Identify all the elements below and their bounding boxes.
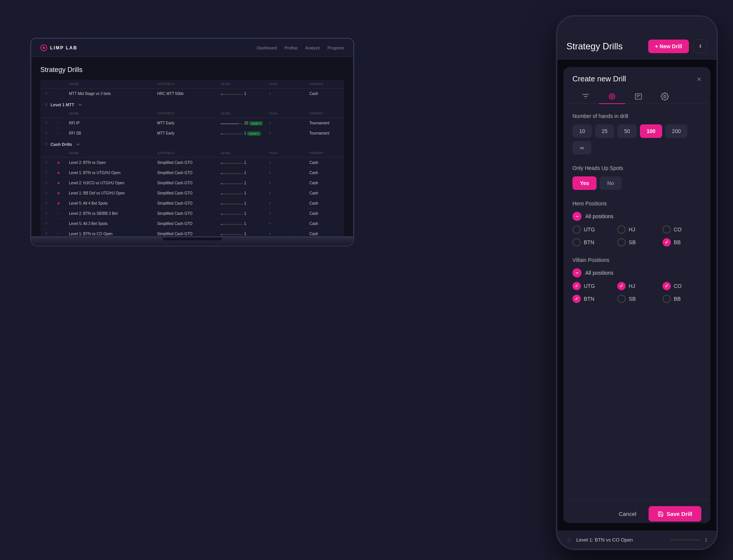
- hand-option-200[interactable]: 200: [665, 124, 687, 138]
- tab-gear[interactable]: [652, 89, 678, 104]
- star-icon[interactable]: ☆: [57, 131, 66, 135]
- row-strategy: Simplified Cash GTO: [157, 232, 217, 236]
- hero-pos-btn[interactable]: BTN: [572, 238, 611, 246]
- phone-header-actions: + New Drill ⬇: [648, 39, 707, 53]
- villain-deselect-all-button[interactable]: −: [572, 268, 582, 277]
- table-row[interactable]: ⠿ ☆ MTT Mid Stage vs 3 bets HRC MTT 50bb…: [40, 89, 344, 99]
- heads-up-no-button[interactable]: No: [600, 176, 622, 190]
- hero-all-positions-row: − All positions: [572, 212, 701, 221]
- download-button[interactable]: ⬇: [693, 39, 707, 53]
- villain-pos-sb[interactable]: SB: [617, 295, 656, 303]
- hero-hj-label: HJ: [629, 226, 635, 233]
- row-tags[interactable]: +: [269, 211, 306, 216]
- edit-icon[interactable]: ✏: [77, 142, 80, 147]
- col-drag: [45, 82, 54, 86]
- hand-option-50[interactable]: 50: [617, 124, 637, 138]
- hero-sb-checkbox[interactable]: [617, 238, 626, 246]
- hero-btn-checkbox[interactable]: [572, 238, 581, 246]
- hero-bb-checkbox[interactable]: [663, 238, 671, 246]
- hand-option-100[interactable]: 100: [640, 124, 662, 138]
- row-tags[interactable]: +: [269, 131, 306, 135]
- edit-icon[interactable]: ✏: [79, 103, 82, 107]
- row-tags[interactable]: +: [269, 181, 306, 185]
- hand-option-10[interactable]: 10: [572, 124, 592, 138]
- villain-hj-checkbox[interactable]: [617, 282, 626, 290]
- tab-card[interactable]: [625, 89, 652, 104]
- villain-bb-checkbox[interactable]: [663, 295, 671, 303]
- row-tags[interactable]: +: [269, 191, 306, 195]
- bottom-star-icon[interactable]: ☆: [566, 536, 572, 543]
- tab-filter[interactable]: [572, 89, 599, 104]
- table-row[interactable]: ⠿ ★ Level 2: HJ/CO vs UTG/HJ Open Simpli…: [40, 178, 344, 188]
- hero-pos-sb[interactable]: SB: [617, 238, 656, 246]
- star-icon[interactable]: ★: [57, 171, 66, 175]
- drills-table: Name Strategy Level Tags Format ⠿ ☆ MTT …: [40, 80, 344, 236]
- row-tags[interactable]: +: [269, 121, 306, 125]
- villain-pos-hj[interactable]: HJ: [617, 282, 656, 290]
- row-tags[interactable]: +: [269, 221, 306, 226]
- villain-pos-bb[interactable]: BB: [663, 295, 701, 303]
- hero-pos-co[interactable]: CO: [663, 225, 701, 234]
- cancel-button[interactable]: Cancel: [613, 507, 643, 521]
- table-row[interactable]: ⠿ ★ Level 1: BTN vs UTG/HJ Open Simplifi…: [40, 168, 344, 178]
- villain-co-checkbox[interactable]: [663, 282, 671, 290]
- new-drill-button[interactable]: + New Drill: [648, 40, 689, 53]
- star-icon[interactable]: ★: [57, 181, 66, 185]
- nav-preflop[interactable]: Preflop: [285, 46, 298, 50]
- star-icon[interactable]: ☆: [57, 92, 66, 96]
- modal-close-button[interactable]: ×: [697, 75, 701, 83]
- save-drill-button[interactable]: Save Drill: [649, 506, 701, 522]
- star-icon[interactable]: ★: [57, 201, 66, 205]
- table-row[interactable]: ⠿ ☆ Level 2: BTN vs SB/BB 3 Bet Simplifi…: [40, 208, 344, 219]
- row-tags[interactable]: +: [269, 231, 306, 236]
- laptop-device: LIMP LAB Dashboard Preflop Analyze Progr…: [30, 38, 354, 256]
- drag-handle-icon: ⠿: [45, 92, 54, 96]
- star-icon[interactable]: ☆: [57, 222, 66, 226]
- row-tags[interactable]: +: [269, 160, 306, 165]
- villain-sb-checkbox[interactable]: [617, 295, 626, 303]
- star-icon[interactable]: ☆: [57, 232, 66, 236]
- laptop-screen: LIMP LAB Dashboard Preflop Analyze Progr…: [30, 38, 354, 237]
- star-icon[interactable]: ★: [57, 161, 66, 165]
- phone-device: Strategy Drills + New Drill ⬇ Create new…: [556, 15, 718, 550]
- table-row[interactable]: ⠿ ★ Level 5: All 4 Bet Spots Simplified …: [40, 198, 344, 208]
- hero-pos-hj[interactable]: HJ: [617, 225, 656, 234]
- table-row[interactable]: ⠿ ☆ RFI SB MTT Early 1 Level 1 + Tournam…: [40, 128, 344, 138]
- table-row[interactable]: ⠿ ★ Level 1: BB Def vs UTG/HJ Open Simpl…: [40, 188, 344, 198]
- row-tags[interactable]: +: [269, 201, 306, 205]
- hand-option-25[interactable]: 25: [595, 124, 615, 138]
- row-tags[interactable]: +: [269, 170, 306, 175]
- table-row[interactable]: ⠿ ☆ RFI IP MTT Early 10 Level 1 + Tourna…: [40, 118, 344, 128]
- villain-pos-btn[interactable]: BTN: [572, 295, 611, 303]
- laptop-notch: [162, 237, 222, 240]
- table-row[interactable]: ⠿ ☆ Level 1: BTN vs CO Open Simplified C…: [40, 229, 344, 236]
- row-name: Level 5: All 4 Bet Spots: [69, 201, 154, 205]
- villain-btn-checkbox[interactable]: [572, 295, 581, 303]
- hero-hj-checkbox[interactable]: [617, 225, 626, 234]
- nav-dashboard[interactable]: Dashboard: [257, 46, 277, 50]
- nav-analyze[interactable]: Analyze: [305, 46, 320, 50]
- star-icon[interactable]: ☆: [57, 211, 66, 216]
- svg-point-3: [664, 95, 666, 98]
- drag-handle-icon: ⠿: [45, 201, 54, 205]
- villain-utg-checkbox[interactable]: [572, 282, 581, 290]
- hero-co-label: CO: [674, 226, 682, 233]
- hero-utg-checkbox[interactable]: [572, 225, 581, 234]
- hero-deselect-all-button[interactable]: −: [572, 212, 582, 221]
- nav-progress[interactable]: Progress: [327, 46, 344, 50]
- hero-pos-utg[interactable]: UTG: [572, 225, 611, 234]
- hero-pos-bb[interactable]: BB: [663, 238, 701, 246]
- hand-option-inf[interactable]: ∞: [572, 141, 591, 155]
- table-row[interactable]: ⠿ ☆ Level 5: All 3 Bet Spots Simplified …: [40, 219, 344, 229]
- heads-up-yes-button[interactable]: Yes: [572, 176, 597, 190]
- drag-handle-icon: ⠿: [45, 181, 54, 185]
- villain-utg-label: UTG: [584, 283, 595, 289]
- villain-pos-co[interactable]: CO: [663, 282, 701, 290]
- hero-co-checkbox[interactable]: [663, 225, 671, 234]
- tab-settings-2[interactable]: [599, 89, 625, 104]
- star-icon[interactable]: ☆: [57, 121, 66, 125]
- table-row[interactable]: ⠿ ★ Level 2: BTN vs Open Simplified Cash…: [40, 158, 344, 168]
- row-tags[interactable]: +: [269, 91, 306, 96]
- star-icon[interactable]: ★: [57, 191, 66, 195]
- villain-pos-utg[interactable]: UTG: [572, 282, 611, 290]
